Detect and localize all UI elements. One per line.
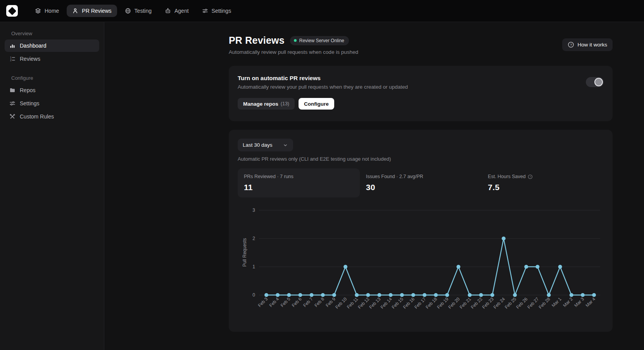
svg-text:Feb 8: Feb 8 [314,297,325,308]
svg-text:Feb 18: Feb 18 [425,297,438,310]
sidebar-spacer [5,66,99,71]
how-it-works-button[interactable]: ? How it works [562,38,613,51]
top-nav: Home PR Reviews Testing Agent Settings [0,0,644,22]
stat-hours-saved[interactable]: Est. Hours Saved ? 7.5 [482,168,604,197]
sidebar-item-custom-rules[interactable]: Custom Rules [5,110,99,123]
stat-label: PRs Reviewed · 7 runs [244,174,354,179]
sidebar-item-repos[interactable]: Repos [5,84,99,96]
nav-item-label: Agent [174,8,189,14]
pull-requests-chart: 0123Pull RequestsFeb 3Feb 4Feb 5Feb 6Feb… [229,203,613,319]
stat-prs-reviewed[interactable]: PRs Reviewed · 7 runs 11 [238,168,360,197]
folder-icon [9,87,16,93]
sidebar-section-overview: Overview [5,27,99,39]
nav-item-home[interactable]: Home [29,5,64,17]
nav-item-label: PR Reviews [82,8,111,14]
chevron-down-icon [283,142,288,148]
sidebar-item-dashboard[interactable]: Dashboard [5,39,99,52]
nav-item-label: Home [45,8,59,14]
auto-review-card: Turn on automatic PR reviews Automatical… [229,66,613,121]
svg-text:2: 2 [10,59,12,62]
configure-button[interactable]: Configure [299,98,334,110]
sidebar-item-label: Dashboard [20,43,47,49]
sidebar-section-configure: Configure [5,71,99,84]
svg-text:Feb 6: Feb 6 [291,297,302,308]
svg-text:1: 1 [10,56,12,59]
manage-repos-button[interactable]: Manage repos (13) [238,98,295,110]
page-header: PR Reviews Review Server Online Automati… [229,35,613,55]
svg-text:Feb 17: Feb 17 [414,297,427,310]
numbered-list-icon: 12 [9,56,16,62]
bar-chart-icon [9,43,16,49]
svg-text:Feb 13: Feb 13 [368,297,382,310]
page-subtitle: Automatically review pull requests when … [229,49,358,55]
sidebar-item-reviews[interactable]: 12 Reviews [5,53,99,65]
manage-repos-count: (13) [281,101,289,106]
nav-item-agent[interactable]: Agent [159,5,194,17]
stat-value: 11 [244,183,354,192]
svg-text:Mar 2: Mar 2 [562,297,573,308]
auto-review-description: Automatically review your pull requests … [238,84,408,90]
page-title: PR Reviews [229,35,285,46]
usage-card: Last 30 days Automatic PR reviews only (… [229,130,613,332]
auto-review-title: Turn on automatic PR reviews [238,75,408,81]
sliders-icon [9,100,16,106]
svg-text:Feb 22: Feb 22 [470,297,483,310]
svg-text:Feb 10: Feb 10 [335,297,348,310]
svg-text:Feb 25: Feb 25 [504,297,517,310]
layers-icon [35,8,41,14]
sidebar-item-settings[interactable]: Settings [5,97,99,110]
nav-item-label: Settings [212,8,231,14]
svg-text:Mar 4: Mar 4 [585,297,596,308]
svg-text:?: ? [570,43,572,47]
main-content: PR Reviews Review Server Online Automati… [104,22,644,350]
svg-text:Pull Requests: Pull Requests [242,238,247,267]
person-icon [72,8,78,14]
svg-text:2: 2 [252,236,255,241]
svg-text:Mar 1: Mar 1 [551,297,562,308]
stat-value: 30 [366,183,476,192]
nav-item-testing[interactable]: Testing [119,5,157,17]
nav-item-settings[interactable]: Settings [197,5,237,17]
status-badge: Review Server Online [290,36,349,45]
svg-text:Feb 20: Feb 20 [447,297,461,310]
svg-text:Feb 5: Feb 5 [280,297,291,308]
svg-text:Feb 23: Feb 23 [481,297,494,310]
svg-text:1: 1 [252,264,255,269]
svg-text:0: 0 [252,292,255,298]
question-circle-icon: ? [528,174,533,179]
svg-text:Feb 28: Feb 28 [538,297,551,310]
svg-text:Feb 14: Feb 14 [380,297,393,310]
usage-note: Automatic PR reviews only (CLI and E2E t… [238,156,604,162]
toggle-knob [594,78,603,86]
stat-label: Est. Hours Saved ? [488,174,597,179]
svg-text:Feb 7: Feb 7 [302,297,314,308]
stat-label: Issues Found · 2.7 avg/PR [366,174,476,179]
sidebar-item-label: Reviews [20,56,40,62]
svg-text:Feb 19: Feb 19 [436,297,449,310]
date-range-select[interactable]: Last 30 days [238,139,293,151]
sliders-icon [202,8,208,14]
app-logo[interactable] [6,5,18,17]
svg-text:Feb 26: Feb 26 [515,297,528,310]
sidebar-item-label: Settings [20,100,40,106]
svg-text:Feb 16: Feb 16 [402,297,415,310]
date-range-value: Last 30 days [243,142,273,148]
manage-repos-label: Manage repos [243,101,278,107]
svg-text:3: 3 [252,208,255,213]
svg-text:Mar 3: Mar 3 [573,297,585,308]
sidebar: Overview Dashboard 12 Reviews Configure … [0,22,104,350]
status-dot-icon [294,39,297,42]
auto-review-toggle[interactable] [586,77,604,87]
stats-row: PRs Reviewed · 7 runs 11 Issues Found · … [238,168,604,197]
question-circle-icon: ? [568,41,574,48]
logo-diamond-icon [8,7,16,15]
svg-text:Feb 4: Feb 4 [268,297,280,308]
how-it-works-label: How it works [577,42,607,48]
stat-value: 7.5 [488,183,597,192]
status-badge-label: Review Server Online [299,38,344,43]
nav-item-pr-reviews[interactable]: PR Reviews [67,5,117,17]
nav-items: Home PR Reviews Testing Agent Settings [29,5,237,17]
svg-text:?: ? [529,175,531,178]
tools-icon [9,113,16,120]
stat-issues-found[interactable]: Issues Found · 2.7 avg/PR 30 [360,168,482,197]
